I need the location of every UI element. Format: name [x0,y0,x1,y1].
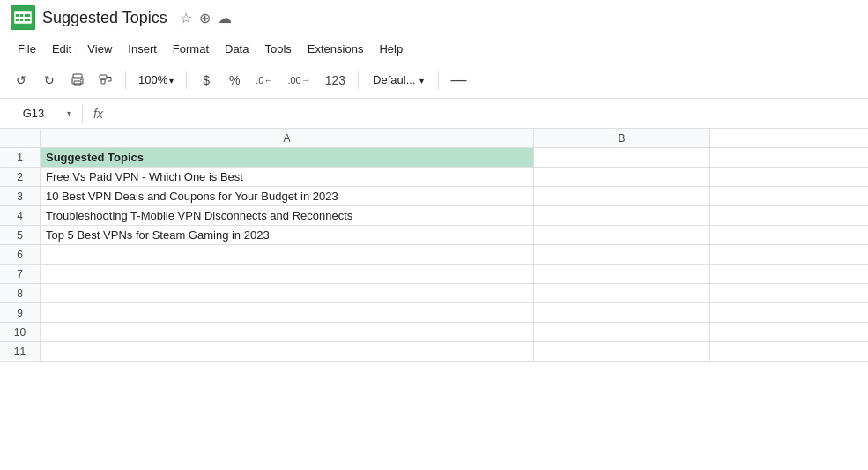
table-row: 4 Troubleshooting T-Mobile VPN Disconnec… [0,206,868,226]
menu-extensions[interactable]: Extensions [300,39,371,59]
svg-rect-2 [15,17,31,19]
table-row: 2 Free Vs Paid VPN - Which One is Best [0,168,868,187]
row-num-header [0,129,41,147]
zoom-dropdown-icon [169,73,174,86]
row-num-1[interactable]: 1 [0,148,41,167]
col-header-a[interactable]: A [41,129,534,147]
cell-b8[interactable] [534,284,710,302]
cell-b5[interactable] [534,226,710,244]
cell-a6[interactable] [41,245,534,264]
cloud-save-icon[interactable]: ⊕ [199,10,211,26]
cell-b3[interactable] [534,187,710,205]
print-button[interactable] [65,68,90,93]
percent-button[interactable]: % [222,68,247,93]
cell-a11[interactable] [41,342,534,361]
table-row: 10 [0,323,868,342]
cell-b2[interactable] [534,168,710,186]
cell-b4[interactable] [534,206,710,225]
rows-container: 1 Suggested Topics 2 Free Vs Paid VPN - … [0,148,868,470]
cell-a1[interactable]: Suggested Topics [41,148,534,167]
spreadsheet: A B 1 Suggested Topics 2 Free Vs Paid VP… [0,129,868,470]
cell-a3[interactable]: 10 Best VPN Deals and Coupons for Your B… [41,187,534,205]
formula-input[interactable] [110,107,861,120]
cell-ref-dropdown-icon[interactable]: ▾ [67,108,71,118]
col-header-b[interactable]: B [534,129,710,147]
format-paint-button[interactable] [93,68,118,93]
row-num-2[interactable]: 2 [0,168,41,186]
cell-b11[interactable] [534,342,710,361]
decimal-dec-button[interactable]: .0← [250,68,278,93]
menu-help[interactable]: Help [372,39,410,59]
column-headers: A B [0,129,868,148]
star-icon[interactable]: ☆ [180,10,192,26]
toolbar-sep-4 [438,71,439,89]
zoom-value: 100% [138,73,167,86]
table-row: 3 10 Best VPN Deals and Coupons for Your… [0,187,868,206]
toolbar-sep-3 [358,71,359,89]
menu-bar: File Edit View Insert Format Data Tools … [0,35,868,62]
menu-view[interactable]: View [80,39,119,59]
table-row: 8 [0,284,868,303]
title-icons: ☆ ⊕ ☁ [180,10,232,26]
table-row: 5 Top 5 Best VPNs for Steam Gaming in 20… [0,226,868,245]
row-num-10[interactable]: 10 [0,323,41,341]
formula-bar: G13 ▾ fx [0,99,868,129]
row-num-3[interactable]: 3 [0,187,41,205]
undo-button[interactable]: ↺ [9,68,33,93]
cell-a4[interactable]: Troubleshooting T-Mobile VPN Disconnects… [41,206,534,225]
cell-a5[interactable]: Top 5 Best VPNs for Steam Gaming in 2023 [41,226,534,244]
svg-rect-13 [100,75,107,79]
menu-file[interactable]: File [11,39,43,59]
font-dropdown-icon [419,73,424,86]
row-num-11[interactable]: 11 [0,342,41,361]
cell-a7[interactable] [41,265,534,283]
doc-title[interactable]: Suggested Topics [42,9,167,27]
cell-a9[interactable] [41,303,534,322]
currency-button[interactable]: $ [194,68,219,93]
table-row: 6 [0,245,868,265]
format-123-button[interactable]: 123 [320,68,351,93]
cell-a8[interactable] [41,284,534,302]
menu-data[interactable]: Data [218,39,256,59]
cell-reference[interactable]: G13 [7,107,60,120]
menu-format[interactable]: Format [166,39,216,59]
font-selector[interactable]: Defaul... [366,71,430,88]
cell-a2[interactable]: Free Vs Paid VPN - Which One is Best [41,168,534,186]
row-num-8[interactable]: 8 [0,284,41,302]
toolbar: ↺ ↻ 100% $ % .0← .00→ 123 Defaul... — [0,62,868,99]
toolbar-sep-2 [186,71,187,89]
row-num-4[interactable]: 4 [0,206,41,225]
redo-button[interactable]: ↻ [37,68,62,93]
row-num-9[interactable]: 9 [0,303,41,322]
font-size-decrease[interactable]: — [446,71,472,89]
app-icon [11,5,35,30]
zoom-control[interactable]: 100% [133,71,179,88]
cell-a10[interactable] [41,323,534,341]
menu-tools[interactable]: Tools [257,39,298,59]
decimal-inc-button[interactable]: .00→ [282,68,315,93]
cell-b10[interactable] [534,323,710,341]
drive-icon[interactable]: ☁ [218,10,232,26]
svg-rect-14 [101,79,105,84]
row-num-5[interactable]: 5 [0,226,41,244]
toolbar-sep-1 [125,71,126,89]
menu-edit[interactable]: Edit [45,39,78,59]
formula-divider [82,105,83,123]
table-row: 9 [0,303,868,323]
table-row: 11 [0,342,868,362]
row-num-6[interactable]: 6 [0,245,41,264]
font-name: Defaul... [373,73,415,86]
cell-b6[interactable] [534,245,710,264]
title-bar: Suggested Topics ☆ ⊕ ☁ [0,0,868,35]
table-row: 1 Suggested Topics [0,148,868,168]
cell-b1[interactable] [534,148,710,167]
cell-b9[interactable] [534,303,710,322]
row-num-7[interactable]: 7 [0,265,41,283]
table-row: 7 [0,265,868,284]
cell-b7[interactable] [534,265,710,283]
fx-label: fx [93,107,103,121]
svg-point-12 [80,78,82,80]
menu-insert[interactable]: Insert [121,39,164,59]
